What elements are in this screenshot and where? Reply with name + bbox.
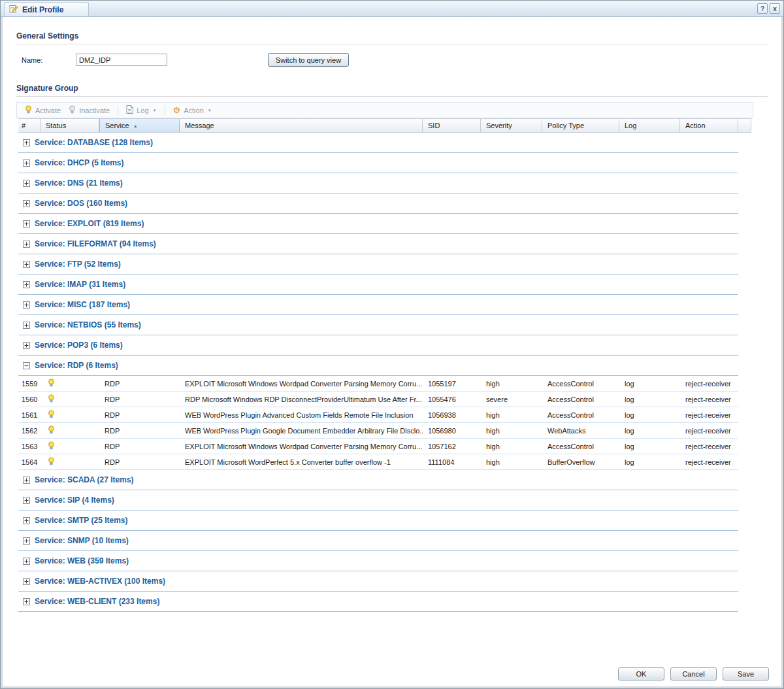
log-tool-button[interactable]: Log▼ xyxy=(126,105,156,115)
cell-policy-type: AccessControl xyxy=(542,376,619,391)
name-input[interactable] xyxy=(76,54,167,66)
cell-policy-type: BufferOverflow xyxy=(542,454,619,469)
expand-icon[interactable] xyxy=(23,220,30,227)
column-label: Action xyxy=(685,122,706,129)
cell-policy-type: WebAttacks xyxy=(542,423,619,438)
signature-row[interactable]: 1562RDPWEB WordPress Plugin Google Docum… xyxy=(18,423,738,439)
cell-service: RDP xyxy=(99,423,180,438)
column-header-status[interactable]: Status xyxy=(41,119,99,132)
activate-tool-button[interactable]: Activate xyxy=(25,105,61,115)
header-scrollbar-spacer xyxy=(738,119,751,132)
signature-group-row[interactable]: Service: FTP (52 Items) xyxy=(18,254,738,275)
inactivate-tool-button[interactable]: Inactivate xyxy=(69,105,110,115)
signature-group-row[interactable]: Service: NETBIOS (55 Items) xyxy=(18,315,738,335)
dialog-content: General Settings Name: Switch to query v… xyxy=(1,31,783,612)
group-label: Service: DATABASE (128 Items) xyxy=(35,138,153,147)
cancel-button[interactable]: Cancel xyxy=(670,667,717,681)
cell-policy-type: AccessControl xyxy=(542,392,619,407)
signature-row[interactable]: 1561RDPWEB WordPress Plugin Advanced Cus… xyxy=(18,407,738,423)
expand-icon[interactable] xyxy=(23,558,30,565)
column-header-sid[interactable]: SID xyxy=(423,119,481,132)
expand-icon[interactable] xyxy=(23,139,30,146)
cell-action: reject-receiver xyxy=(680,423,738,438)
column-header-log[interactable]: Log xyxy=(619,119,680,132)
column-header-number[interactable]: # xyxy=(18,119,41,132)
group-label: Service: WEB-ACTIVEX (100 Items) xyxy=(35,577,165,586)
column-header-action[interactable]: Action xyxy=(680,119,738,132)
expand-icon[interactable] xyxy=(23,537,30,545)
collapse-icon[interactable] xyxy=(23,362,30,369)
signature-group-row[interactable]: Service: IMAP (31 Items) xyxy=(18,275,738,295)
signature-row[interactable]: 1559RDPEXPLOIT Microsoft Windows Wordpad… xyxy=(18,376,738,392)
signature-group-row[interactable]: Service: EXPLOIT (819 Items) xyxy=(18,214,738,234)
signature-group-row[interactable]: Service: DOS (160 Items) xyxy=(18,193,738,214)
section-divider xyxy=(16,44,768,44)
cell-sid: 1056980 xyxy=(423,423,481,438)
cell-severity: severe xyxy=(481,392,542,407)
column-header-severity[interactable]: Severity xyxy=(481,119,542,132)
signature-group-row[interactable]: Service: WEB (359 Items) xyxy=(18,551,738,571)
column-header-policy-type[interactable]: Policy Type xyxy=(542,119,619,132)
close-button[interactable]: x xyxy=(770,3,780,14)
signature-group-row[interactable]: Service: SCADA (27 Items) xyxy=(18,470,738,490)
signature-group-row[interactable]: Service: DNS (21 Items) xyxy=(18,173,738,193)
cell-log: log xyxy=(619,392,680,407)
signature-group-row[interactable]: Service: POP3 (6 Items) xyxy=(18,335,738,356)
signature-group-row[interactable]: Service: RDP (6 Items) xyxy=(18,356,738,376)
grid-header-row: #StatusService▲MessageSIDSeverityPolicy … xyxy=(18,118,751,133)
expand-icon[interactable] xyxy=(23,598,30,605)
signature-group-row[interactable]: Service: SMTP (25 Items) xyxy=(18,511,738,531)
cell-policy-type: AccessControl xyxy=(542,407,619,422)
expand-icon[interactable] xyxy=(23,477,30,484)
dialog-footer: OK Cancel Save xyxy=(618,667,769,681)
signature-group-row[interactable]: Service: WEB-CLIENT (233 Items) xyxy=(18,592,738,612)
status-active-bulb-icon xyxy=(48,441,55,451)
expand-icon[interactable] xyxy=(23,342,30,349)
column-label: Service xyxy=(105,122,129,129)
expand-icon[interactable] xyxy=(23,497,30,504)
signature-group-row[interactable]: Service: SNMP (10 Items) xyxy=(18,531,738,551)
signature-group-row[interactable]: Service: DHCP (5 Items) xyxy=(18,153,738,173)
cell-sid: 1055197 xyxy=(423,376,481,391)
expand-icon[interactable] xyxy=(23,281,30,288)
cell-log: log xyxy=(619,454,680,469)
signature-row[interactable]: 1564RDPEXPLOIT Microsoft WordPerfect 5.x… xyxy=(18,454,738,470)
cell-severity: high xyxy=(481,423,542,438)
column-label: Status xyxy=(46,122,66,129)
group-label: Service: SMTP (25 Items) xyxy=(35,516,128,525)
expand-icon[interactable] xyxy=(23,241,30,248)
group-label: Service: EXPLOIT (819 Items) xyxy=(35,219,144,228)
help-button[interactable]: ? xyxy=(757,3,768,14)
action-tool-button[interactable]: ⚙Action▼ xyxy=(173,106,212,114)
cell-number: 1561 xyxy=(18,407,41,422)
signature-group-row[interactable]: Service: SIP (4 Items) xyxy=(18,490,738,511)
group-label: Service: MISC (187 Items) xyxy=(35,300,130,309)
expand-icon[interactable] xyxy=(23,517,30,524)
expand-icon[interactable] xyxy=(23,301,30,309)
sort-ascending-icon: ▲ xyxy=(133,124,138,128)
signature-group-row[interactable]: Service: MISC (187 Items) xyxy=(18,295,738,315)
signature-group-row[interactable]: Service: DATABASE (128 Items) xyxy=(18,133,738,153)
expand-icon[interactable] xyxy=(23,578,30,585)
expand-icon[interactable] xyxy=(23,160,30,167)
expand-icon[interactable] xyxy=(23,261,30,268)
cell-status xyxy=(41,376,99,391)
signature-row[interactable]: 1563RDPEXPLOIT Microsoft Windows Wordpad… xyxy=(18,439,738,454)
group-label: Service: FILEFORMAT (94 Items) xyxy=(35,239,156,248)
signature-group-row[interactable]: Service: WEB-ACTIVEX (100 Items) xyxy=(18,571,738,592)
switch-to-query-view-button[interactable]: Switch to query view xyxy=(268,53,349,67)
tool-label: Action xyxy=(184,107,204,114)
signature-row[interactable]: 1560RDPRDP Microsoft Windows RDP Disconn… xyxy=(18,392,738,407)
group-label: Service: WEB (359 Items) xyxy=(35,556,129,565)
expand-icon[interactable] xyxy=(23,180,30,187)
column-header-service[interactable]: Service▲ xyxy=(99,119,180,132)
ok-button[interactable]: OK xyxy=(618,667,664,681)
cell-status xyxy=(41,407,99,422)
save-button[interactable]: Save xyxy=(723,667,769,681)
cell-severity: high xyxy=(481,407,542,422)
expand-icon[interactable] xyxy=(23,322,30,329)
column-header-message[interactable]: Message xyxy=(180,119,423,132)
expand-icon[interactable] xyxy=(23,200,30,207)
signature-group-row[interactable]: Service: FILEFORMAT (94 Items) xyxy=(18,234,738,254)
cell-status xyxy=(41,439,99,454)
